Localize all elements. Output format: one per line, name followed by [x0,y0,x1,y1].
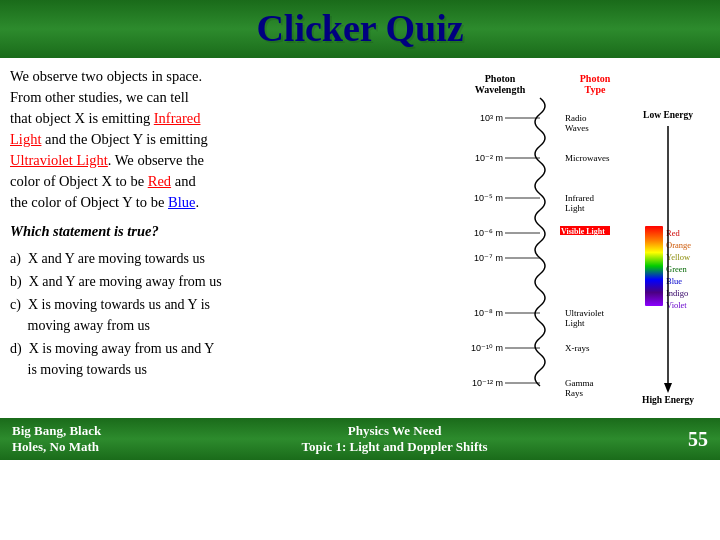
svg-text:10⁻² m: 10⁻² m [475,153,503,163]
svg-text:Infrared: Infrared [565,193,594,203]
footer-left: Big Bang, Black Holes, No Math [12,423,101,455]
svg-text:Ultraviolet: Ultraviolet [565,308,604,318]
header-bar: Clicker Quiz [0,0,720,58]
spectrum-diagram: Photon Wavelength Photon Type Low Energy… [420,66,710,410]
svg-text:X-rays: X-rays [565,343,590,353]
svg-marker-43 [664,383,672,393]
footer-bar: Big Bang, Black Holes, No Math Physics W… [0,418,720,460]
svg-text:Yellow: Yellow [666,252,691,262]
svg-text:10⁻⁷ m: 10⁻⁷ m [474,253,503,263]
answer-d: d) X is moving away from us and Y is mov… [10,338,410,380]
intro-text: We observe two objects in space. From ot… [10,66,410,213]
svg-text:Indigo: Indigo [666,288,688,298]
question-text: Which statement is true? [10,221,410,242]
page-title: Clicker Quiz [0,6,720,50]
infrared-highlight: Infrared Light [10,110,200,147]
svg-text:10⁻¹² m: 10⁻¹² m [472,378,503,388]
red-highlight: Red [148,173,171,189]
svg-text:Light: Light [565,203,585,213]
svg-text:High Energy: High Energy [642,395,694,405]
uv-highlight: Ultraviolet Light [10,152,108,168]
blue-highlight: Blue [168,194,195,210]
left-panel: We observe two objects in space. From ot… [10,66,410,410]
svg-text:Waves: Waves [565,123,589,133]
svg-text:Violet: Violet [666,300,687,310]
svg-text:Type: Type [585,84,606,95]
svg-text:Gamma: Gamma [565,378,594,388]
svg-text:Light: Light [565,318,585,328]
svg-text:10⁻¹⁰ m: 10⁻¹⁰ m [471,343,503,353]
spectrum-svg: Photon Wavelength Photon Type Low Energy… [420,66,710,410]
svg-rect-20 [645,226,663,306]
svg-text:10⁻⁵ m: 10⁻⁵ m [474,193,503,203]
svg-text:Photon: Photon [485,73,516,84]
answer-c: c) X is moving towards us and Y is movin… [10,294,410,336]
answer-b: b) X and Y are moving away from us [10,271,410,292]
svg-text:Green: Green [666,264,688,274]
answer-list: a) X and Y are moving towards us b) X an… [10,248,410,380]
answer-a: a) X and Y are moving towards us [10,248,410,269]
page-number: 55 [688,428,708,451]
svg-text:Microwaves: Microwaves [565,153,610,163]
svg-text:Orange: Orange [666,240,691,250]
svg-text:Low Energy: Low Energy [643,110,693,120]
footer-center: Physics We Need Topic 1: Light and Doppl… [302,423,488,455]
svg-text:Visible Light: Visible Light [561,227,605,236]
svg-text:10³ m: 10³ m [480,113,503,123]
svg-text:10⁻⁸ m: 10⁻⁸ m [474,308,503,318]
svg-text:10⁻⁶ m: 10⁻⁶ m [474,228,503,238]
svg-text:Wavelength: Wavelength [475,84,526,95]
svg-text:Radio: Radio [565,113,587,123]
svg-text:Rays: Rays [565,388,583,398]
svg-text:Photon: Photon [580,73,611,84]
